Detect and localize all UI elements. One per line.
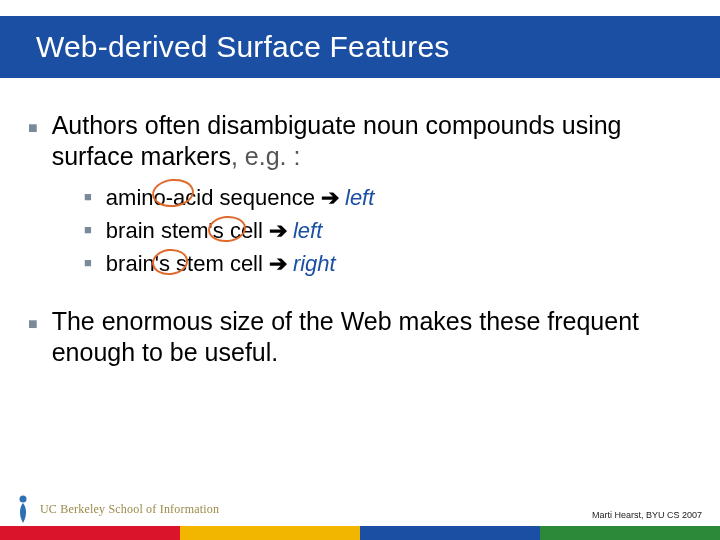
arrow-right-icon: ➔	[269, 214, 287, 247]
example-text: brain's stem cell	[106, 247, 263, 280]
direction-label: right	[293, 247, 336, 280]
list-item: ■ amino-acid sequence ➔ left	[84, 181, 692, 214]
arrow-right-icon: ➔	[269, 247, 287, 280]
square-bullet-icon: ■	[84, 220, 92, 240]
square-bullet-icon: ■	[28, 314, 38, 334]
footer-logo: UC Berkeley School of Information	[12, 494, 219, 524]
square-bullet-icon: ■	[84, 187, 92, 207]
footer-color-strip	[0, 526, 720, 540]
square-bullet-icon: ■	[28, 118, 38, 138]
footer-logo-text: UC Berkeley School of Information	[40, 502, 219, 517]
arrow-right-icon: ➔	[321, 181, 339, 214]
example-text: brain stem's cell	[106, 214, 263, 247]
ischool-logo-icon	[12, 494, 34, 524]
svg-point-0	[20, 496, 27, 503]
strip-yellow	[180, 526, 360, 540]
list-item: ■ brain stem's cell ➔ left	[84, 214, 692, 247]
slide-title: Web-derived Surface Features	[36, 30, 450, 64]
footer-credit: Marti Hearst, BYU CS 2007	[592, 510, 702, 520]
title-bar: Web-derived Surface Features	[0, 16, 720, 78]
direction-label: left	[345, 181, 374, 214]
list-item: ■ brain's stem cell ➔ right	[84, 247, 692, 280]
strip-blue	[360, 526, 540, 540]
bullet-authors: ■ Authors often disambiguate noun compou…	[28, 110, 692, 173]
bullet-text: The enormous size of the Web makes these…	[52, 306, 692, 369]
bullet-text: Authors often disambiguate noun compound…	[52, 110, 692, 173]
square-bullet-icon: ■	[84, 253, 92, 273]
example-text: amino-acid sequence	[106, 181, 315, 214]
strip-red	[0, 526, 180, 540]
sub-bullet-list: ■ amino-acid sequence ➔ left ■ brain ste…	[84, 181, 692, 280]
bullet-web-size: ■ The enormous size of the Web makes the…	[28, 306, 692, 369]
direction-label: left	[293, 214, 322, 247]
slide-content: ■ Authors often disambiguate noun compou…	[28, 110, 692, 374]
strip-green	[540, 526, 720, 540]
